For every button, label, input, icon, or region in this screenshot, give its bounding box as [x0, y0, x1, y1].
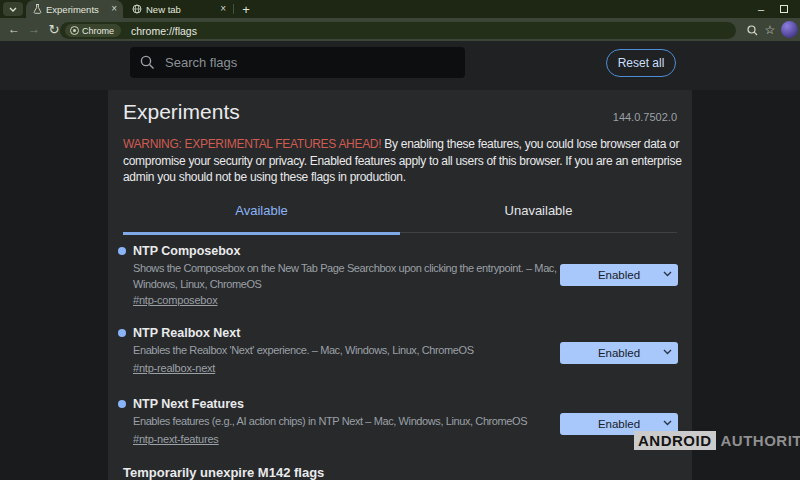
- page-title: Experiments: [123, 100, 240, 124]
- forward-button[interactable]: →: [25, 20, 43, 38]
- flag-row: NTP Realbox Next Enables the Realbox 'Ne…: [118, 326, 678, 382]
- warning-text: WARNING: EXPERIMENTAL FEATURES AHEAD! By…: [123, 136, 683, 186]
- window-minimize-button[interactable]: –: [751, 0, 771, 18]
- tab-search-button[interactable]: [3, 2, 23, 16]
- site-chip-label: Chrome: [82, 26, 114, 36]
- tab-close-icon[interactable]: ×: [220, 4, 226, 14]
- tab-close-icon[interactable]: ×: [111, 4, 117, 14]
- experiment-dot-icon: [118, 329, 126, 337]
- flag-permalink[interactable]: #ntp-next-features: [133, 433, 219, 445]
- flags-search-box[interactable]: [130, 47, 465, 78]
- browser-window: Experiments × New tab × + – ← → ↻ Chrome…: [0, 0, 800, 480]
- tab-experiments[interactable]: Experiments ×: [26, 0, 123, 18]
- flag-name: NTP Next Features: [133, 397, 244, 411]
- experiment-dot-icon: [118, 247, 126, 255]
- flag-description: Shows the Composebox on the New Tab Page…: [133, 261, 563, 292]
- flag-permalink[interactable]: #ntp-composebox: [133, 294, 217, 306]
- tab-new-tab[interactable]: New tab ×: [126, 0, 232, 18]
- maximize-icon: [780, 5, 788, 13]
- warning-lead: WARNING: EXPERIMENTAL FEATURES AHEAD!: [123, 137, 381, 151]
- flag-permalink[interactable]: #ntp-realbox-next: [133, 362, 215, 374]
- flag-row: NTP Next Features Enables features (e.g.…: [118, 397, 678, 453]
- version-number: 144.0.7502.0: [477, 111, 677, 123]
- tab-title: Experiments: [46, 4, 107, 15]
- experiment-dot-icon: [118, 400, 126, 408]
- chrome-logo-icon: [70, 26, 79, 35]
- tab-strip: Experiments × New tab × + –: [0, 0, 800, 18]
- profile-avatar[interactable]: [781, 21, 798, 38]
- flag-value-select[interactable]: Enabled: [560, 342, 678, 364]
- flag-description: Enables features (e.g., AI action chips)…: [133, 414, 527, 430]
- flag-name: NTP Realbox Next: [133, 326, 240, 340]
- chevron-down-icon: [9, 7, 17, 12]
- tab-available[interactable]: Available: [123, 203, 400, 235]
- bookmark-star-icon[interactable]: ☆: [762, 22, 778, 38]
- site-chip[interactable]: Chrome: [65, 24, 121, 37]
- page-zoom-icon[interactable]: [744, 22, 760, 38]
- watermark-secondary: AUTHORITY: [721, 432, 800, 449]
- flag-value: Enabled: [598, 269, 640, 281]
- flag-value-select[interactable]: Enabled: [560, 264, 678, 286]
- back-button[interactable]: ←: [5, 20, 23, 38]
- chevron-down-icon: [663, 349, 672, 355]
- window-maximize-button[interactable]: [774, 0, 794, 18]
- watermark: ANDROID AUTHORITY: [634, 431, 800, 450]
- beaker-icon: [32, 4, 42, 14]
- tab-separator: [233, 4, 234, 14]
- url-text: chrome://flags: [131, 25, 197, 37]
- flag-description: Enables the Realbox 'Next' experience. –…: [133, 343, 474, 359]
- flag-value: Enabled: [598, 418, 640, 430]
- watermark-primary: ANDROID: [634, 431, 716, 450]
- reset-all-button[interactable]: Reset all: [606, 49, 676, 77]
- unexpire-section-heading: Temporarily unexpire M142 flags: [123, 465, 324, 480]
- tab-unavailable[interactable]: Unavailable: [400, 203, 677, 233]
- globe-icon: [132, 4, 142, 14]
- chevron-down-icon: [663, 420, 672, 426]
- chevron-down-icon: [663, 271, 672, 277]
- flag-row: NTP Composebox Shows the Composebox on t…: [118, 244, 678, 316]
- flag-value: Enabled: [598, 347, 640, 359]
- flag-name: NTP Composebox: [133, 244, 240, 258]
- address-bar[interactable]: Chrome chrome://flags: [60, 22, 736, 39]
- search-input[interactable]: [165, 55, 455, 70]
- search-icon: [140, 55, 155, 70]
- tab-title: New tab: [146, 4, 216, 15]
- new-tab-button[interactable]: +: [238, 1, 254, 17]
